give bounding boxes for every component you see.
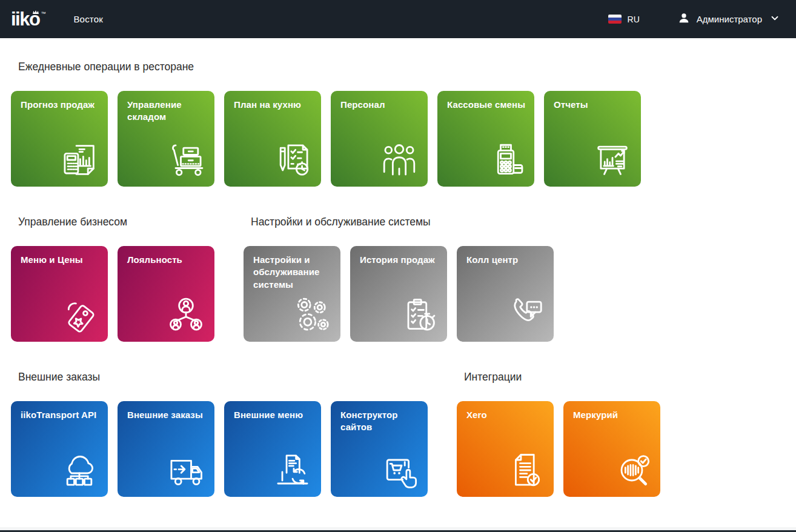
section-title: Интеграции: [464, 371, 660, 384]
top-bar: iiko ™ Восток RU Администратор: [0, 0, 796, 38]
tile-system-settings[interactable]: Настройки и обслуживание системы: [244, 246, 340, 342]
section-external-orders: Внешние заказы iikoTransport API: [11, 342, 428, 497]
site-builder-icon: [379, 450, 420, 491]
barcode-search-icon: [611, 450, 652, 491]
tile-iikotransport-api[interactable]: iikoTransport API: [11, 401, 108, 497]
user-menu[interactable]: Администратор: [677, 12, 780, 27]
tile-external-orders[interactable]: Внешние заказы: [118, 401, 214, 497]
section-title: Внешние заказы: [18, 371, 428, 384]
menu-sync-icon: [272, 450, 313, 491]
cloud-network-icon: [59, 450, 100, 491]
calculator-chart-icon: [59, 139, 100, 181]
tile-sales-history[interactable]: История продаж: [350, 246, 447, 342]
tile-external-menus[interactable]: Внешние меню: [224, 401, 321, 497]
tile-kitchen-plan[interactable]: План на кухню: [224, 91, 321, 187]
loyalty-network-icon: [165, 294, 207, 336]
report-board-icon: [592, 139, 633, 181]
clipboard-stopwatch-icon: [398, 294, 439, 336]
phone-chat-icon: [505, 294, 546, 336]
warehouse-cart-icon: [165, 139, 207, 181]
logo-crown-icon: [32, 6, 39, 17]
app-logo[interactable]: iiko ™: [11, 10, 45, 28]
logo-trademark: ™: [41, 11, 45, 16]
pos-terminal-icon: [485, 139, 526, 181]
tile-site-builder[interactable]: Конструктор сайтов: [331, 401, 428, 497]
section-integrations: Интеграции Xero Меркурий: [457, 342, 660, 497]
section-title: Настройки и обслуживание системы: [251, 216, 554, 228]
tile-mercury[interactable]: Меркурий: [563, 401, 660, 497]
tile-cash-shifts[interactable]: Кассовые смены: [437, 91, 534, 187]
section-title: Управление бизнесом: [18, 216, 214, 228]
user-name: Администратор: [697, 14, 762, 24]
org-name[interactable]: Восток: [73, 14, 103, 24]
tile-sales-forecast[interactable]: Прогноз продаж: [11, 91, 108, 187]
kitchen-plan-icon: [272, 139, 313, 181]
dashboard: Ежедневные операции в ресторане Прогноз …: [0, 61, 796, 497]
tile-menu-prices[interactable]: Меню и Цены: [11, 246, 108, 342]
section-system-settings: Настройки и обслуживание системы Настрой…: [244, 187, 554, 342]
tile-warehouse-management[interactable]: Управление складом: [118, 91, 214, 187]
section-business-management: Управление бизнесом Меню и Цены: [11, 187, 214, 342]
language-selector[interactable]: RU: [608, 15, 640, 24]
russia-flag-icon: [608, 15, 622, 24]
user-icon: [677, 12, 691, 27]
tile-reports[interactable]: Отчеты: [544, 91, 641, 187]
staff-icon: [379, 139, 420, 181]
section-title: Ежедневные операции в ресторане: [18, 61, 796, 73]
section-daily-operations: Ежедневные операции в ресторане Прогноз …: [11, 61, 796, 187]
tile-xero[interactable]: Xero: [457, 401, 554, 497]
document-check-icon: [505, 450, 546, 491]
gears-icon: [291, 294, 333, 336]
delivery-truck-icon: [165, 450, 207, 491]
tile-call-center[interactable]: Колл центр: [457, 246, 554, 342]
tile-staff[interactable]: Персонал: [331, 91, 428, 187]
footer-bar: [0, 527, 796, 532]
chevron-down-icon: [769, 13, 780, 26]
language-code: RU: [628, 15, 640, 24]
price-tags-icon: [59, 294, 100, 336]
tile-loyalty[interactable]: Лояльность: [118, 246, 214, 342]
